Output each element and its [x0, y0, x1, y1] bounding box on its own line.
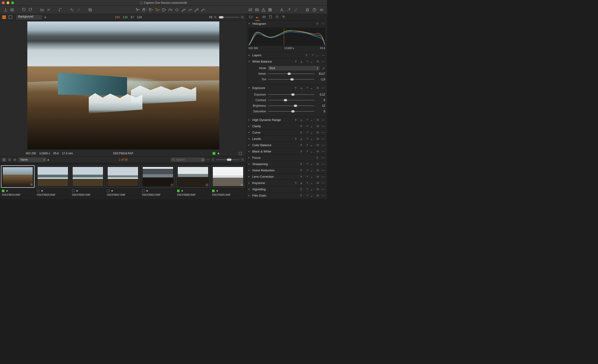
more-icon[interactable]: ⋯	[322, 60, 325, 63]
disclosure-icon[interactable]: ▾	[249, 22, 251, 25]
section-header[interactable]: ▸Curve?⋯	[247, 129, 327, 135]
section-header[interactable]: ▸Black & White?⋯	[247, 148, 327, 154]
preset-icon[interactable]	[316, 181, 319, 185]
disclosure-icon[interactable]: ▾	[249, 60, 251, 63]
disclosure-icon[interactable]: ▸	[249, 119, 251, 121]
more-icon[interactable]: ⋯	[322, 118, 325, 122]
auto-icon[interactable]: A	[300, 86, 303, 89]
rating-dots[interactable]: · · · ·	[222, 152, 237, 155]
color-tag-empty[interactable]	[37, 190, 40, 192]
disclosure-icon[interactable]: ▸	[249, 188, 251, 190]
help-icon[interactable]: ?	[316, 22, 319, 25]
thumb-rating[interactable]: ★· · · · ·	[71, 188, 105, 193]
before-after-icon[interactable]	[319, 7, 324, 13]
reset-icon[interactable]	[311, 150, 314, 153]
slider-value[interactable]: 0	[316, 110, 325, 113]
thumb-rating[interactable]: ★· · · · ·	[176, 188, 210, 193]
list-view-icon[interactable]	[8, 158, 11, 162]
reset-icon[interactable]	[311, 86, 314, 89]
reset-icon[interactable]	[311, 162, 314, 166]
settings-tab-icon[interactable]	[275, 15, 279, 19]
search-input[interactable]	[170, 157, 205, 162]
grid-view-icon[interactable]	[2, 158, 6, 162]
help-icon[interactable]: ?	[300, 175, 303, 178]
spot-tool-icon[interactable]	[174, 7, 180, 13]
wb-mode-select[interactable]: Shot ▴▾	[268, 66, 320, 71]
magnifier-icon[interactable]	[241, 158, 244, 161]
reset-icon[interactable]	[311, 144, 314, 147]
capture-icon[interactable]	[9, 7, 15, 13]
section-header[interactable]: ▸Film Grain?⋯	[247, 192, 327, 198]
exposure-tab-icon[interactable]	[256, 15, 259, 19]
slider-value[interactable]: 5	[316, 98, 325, 102]
disclosure-icon[interactable]: ▸	[249, 54, 251, 56]
import-icon[interactable]	[3, 7, 8, 13]
thumb-rating[interactable]: ★· · · · ·	[106, 188, 140, 193]
tint-value[interactable]: -1,5	[316, 78, 325, 81]
help-icon[interactable]: ?	[300, 194, 303, 197]
help-icon[interactable]: ?	[300, 125, 303, 128]
expand-icon[interactable]	[306, 60, 308, 63]
pan-tool-icon[interactable]: ▾	[141, 7, 147, 13]
expand-icon[interactable]	[306, 181, 308, 185]
section-header[interactable]: ▸Base Characteristics?⋯	[247, 199, 327, 199]
section-header[interactable]: ▸Sharpening?⋯	[247, 161, 327, 167]
brush-tool-icon[interactable]: ▾	[181, 7, 186, 13]
variant-icon[interactable]	[239, 152, 242, 155]
help-icon[interactable]: ?	[295, 181, 298, 185]
section-header[interactable]: ▸Vignetting?⋯	[247, 186, 327, 192]
expand-icon[interactable]	[306, 137, 308, 140]
help-icon[interactable]: ?	[300, 188, 303, 191]
help-icon[interactable]	[312, 7, 317, 13]
reset-icon[interactable]	[311, 188, 314, 191]
section-header[interactable]: ▸Levels?A⋯	[247, 136, 327, 142]
expand-icon[interactable]	[306, 162, 308, 166]
section-header[interactable]: ▸Keystone?A⋯	[247, 180, 327, 186]
reset-icon[interactable]	[316, 54, 319, 57]
thumbnail[interactable]: ★· · · · ·DSCF6866.RAF	[176, 165, 210, 198]
edit-icon[interactable]	[293, 7, 299, 13]
help-icon[interactable]: ?	[306, 54, 308, 57]
help-icon[interactable]: ?	[295, 118, 298, 121]
preset-icon[interactable]	[316, 131, 319, 134]
help-icon[interactable]: ?	[295, 137, 298, 140]
help-icon[interactable]: ?	[300, 131, 303, 134]
more-icon[interactable]: ⋯	[322, 162, 325, 166]
undo-icon[interactable]	[69, 7, 75, 13]
sort-direction-icon[interactable]	[47, 158, 50, 161]
section-header[interactable]: ▸Noise Reduction?⋯	[247, 167, 327, 173]
close-window[interactable]	[2, 1, 5, 4]
help-icon[interactable]: ?	[295, 60, 298, 63]
text-style-icon[interactable]	[279, 7, 284, 13]
export-icon[interactable]	[286, 7, 291, 13]
search-field[interactable]: ✕	[170, 157, 205, 162]
more-icon[interactable]: ⋯	[322, 175, 325, 178]
preset-icon[interactable]	[316, 137, 319, 140]
expand-icon[interactable]	[306, 131, 308, 134]
help-icon[interactable]: ?	[300, 169, 303, 172]
thumbnail[interactable]: ★· · · · ·DSCF6818.RAF	[1, 165, 34, 198]
kelvin-slider[interactable]	[268, 73, 315, 75]
disclosure-icon[interactable]: ▸	[249, 194, 251, 197]
section-header-exposure[interactable]: ▾ Exposure ? A ⋯	[247, 85, 327, 91]
more-icon[interactable]: ⋯	[322, 187, 325, 191]
color-tag-empty[interactable]	[72, 190, 75, 192]
expand-icon[interactable]	[306, 194, 308, 197]
expand-icon[interactable]	[311, 54, 314, 57]
disclosure-icon[interactable]: ▸	[249, 163, 251, 165]
expand-icon[interactable]	[306, 175, 308, 178]
disclosure-icon[interactable]: ▸	[249, 156, 251, 159]
more-icon[interactable]: ⋯	[322, 131, 325, 134]
more-icon[interactable]: ⋯	[322, 143, 325, 147]
slider-saturation[interactable]	[268, 110, 315, 113]
disclosure-icon[interactable]: ▾	[249, 87, 251, 89]
exposure-warning-icon[interactable]	[248, 7, 253, 13]
thumb-rating[interactable]: ★· · · · ·	[211, 188, 245, 193]
section-header-histogram[interactable]: ▾ Histogram ? ⋯	[247, 21, 327, 27]
capture-tab-icon[interactable]	[262, 15, 266, 19]
thumbnail[interactable]: ★· · · · ·DSCF6829.RAF	[36, 165, 70, 198]
reset-icon[interactable]	[311, 175, 314, 178]
section-header[interactable]: ▸Clarity?⋯	[247, 123, 327, 129]
color-tag-empty[interactable]	[142, 190, 145, 192]
disclosure-icon[interactable]: ▸	[249, 169, 251, 171]
